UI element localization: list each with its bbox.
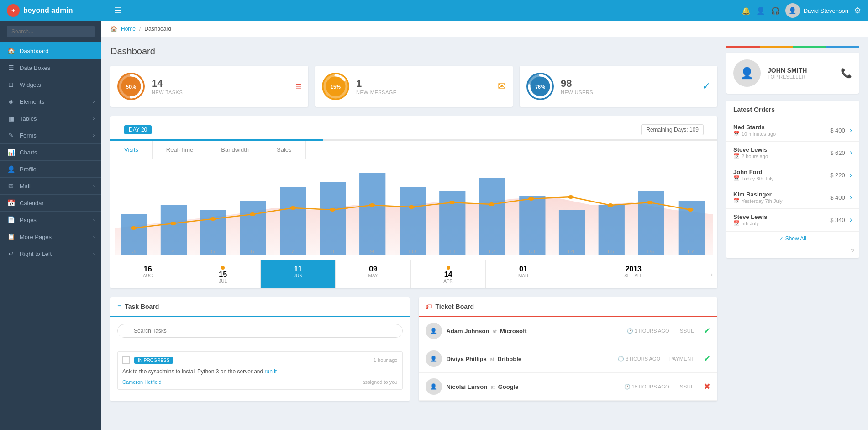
timeline-next-arrow[interactable]: › — [706, 260, 717, 288]
ticket-user-name: Diviya Phillips at Dribbble — [447, 356, 522, 362]
tab-bandwidth[interactable]: Bandwidth — [207, 141, 263, 159]
order-item-steve1[interactable]: Steve Lewis 📅 2 hours ago $ 620 › — [726, 142, 859, 164]
headset-icon[interactable]: 🎧 — [771, 6, 780, 15]
ticket-item-nicolai[interactable]: 👤 Nicolai Larson at Google 🕐 18 HOURS AG… — [419, 373, 718, 401]
line-dot — [330, 208, 336, 212]
brand-logo[interactable]: + beyond admin — [7, 4, 107, 17]
svg-text:15%: 15% — [331, 84, 341, 90]
timeline-aug[interactable]: 16 AUG — [110, 260, 185, 288]
tables-icon: ▦ — [7, 115, 15, 122]
alert-icon[interactable]: 🔔 — [742, 6, 751, 15]
line-dot — [449, 201, 455, 204]
day-badge: DAY 20 — [124, 125, 152, 134]
search-tasks-wrapper: 🔍 — [117, 324, 403, 345]
remaining-badge: Remaining Days: 109 — [641, 124, 704, 135]
order-arrow-icon[interactable]: › — [850, 193, 852, 202]
chart-tabs: Visits Real-Time Bandwidth Sales — [110, 141, 717, 159]
ticket-meta: 🕐 18 HOURS AGO ISSUE ✖ — [624, 382, 711, 392]
breadcrumb-home[interactable]: Home — [121, 26, 136, 32]
timeline-jul[interactable]: 15 JUL — [185, 260, 260, 288]
brand-name: beyond admin — [23, 6, 73, 15]
user-circle-icon[interactable]: 👤 — [756, 6, 765, 15]
x-label: 14 — [567, 249, 575, 254]
order-name: Steve Lewis — [733, 213, 767, 220]
order-item-john[interactable]: John Ford 📅 Today 8th July $ 220 › — [726, 164, 859, 186]
line-dot — [250, 212, 256, 216]
timeline-jun[interactable]: 11 JUN — [261, 260, 336, 288]
sidebar-item-calendar[interactable]: 📅 Calendar — [0, 195, 101, 212]
sidebar-item-pages[interactable]: 📄 Pages › — [0, 212, 101, 228]
sidebar-search-input[interactable] — [7, 26, 95, 37]
order-amount: $ 220 — [830, 172, 845, 179]
calendar-icon: 📅 — [733, 131, 740, 137]
sidebar-item-rtl[interactable]: ↩ Right to Left › — [0, 245, 101, 262]
order-item-steve2[interactable]: Steve Lewis 📅 5th July $ 340 › — [726, 209, 859, 231]
sidebar-item-profile[interactable]: 👤 Profile — [0, 161, 101, 178]
stat-card-tasks: 50% 14 NEW TASKS ≡ — [110, 66, 308, 107]
sidebar-item-forms[interactable]: ✎ Forms › — [0, 127, 101, 144]
show-all-orders-button[interactable]: ✓ Show All — [726, 231, 859, 245]
settings-icon[interactable]: ⚙ — [854, 5, 861, 16]
ticket-time: 🕐 1 HOURS AGO — [627, 328, 669, 334]
order-info: John Ford 📅 Today 8th July — [733, 169, 773, 181]
bar-4 — [161, 205, 187, 255]
order-time: 📅 Today 8th July — [733, 175, 773, 181]
line-dot — [409, 205, 415, 209]
home-breadcrumb-icon: 🏠 — [110, 26, 117, 32]
tab-sales[interactable]: Sales — [263, 141, 306, 159]
x-label: 5 — [211, 249, 215, 254]
order-item-ned[interactable]: Ned Stards 📅 10 minutes ago $ 400 › — [726, 119, 859, 142]
order-arrow-icon[interactable]: › — [850, 149, 852, 157]
hamburger-button[interactable]: ☰ — [114, 5, 121, 16]
reseller-name: JOHN SMITH — [768, 67, 807, 74]
x-label: 15 — [606, 249, 615, 254]
help-icon[interactable]: ? — [850, 248, 854, 255]
ticket-item-diviya[interactable]: 👤 Diviya Phillips at Dribbble 🕐 3 HOURS … — [419, 345, 718, 373]
chart-container: DAY 20 Remaining Days: 109 Visits Real-T… — [110, 116, 717, 288]
order-arrow-icon[interactable]: › — [850, 126, 852, 134]
envelope-icon: ✉ — [498, 80, 506, 92]
stat-number-tasks: 14 — [152, 78, 183, 90]
task-link[interactable]: run it — [265, 368, 277, 375]
sidebar-item-mail[interactable]: ✉ Mail › — [0, 178, 101, 195]
task-user[interactable]: Cameron Hetfield — [122, 379, 162, 385]
timeline-see-all[interactable]: 2013 SEE ALL — [561, 260, 706, 288]
ring-chart-messages: 15% — [322, 73, 349, 100]
bar-12 — [479, 178, 505, 255]
order-arrow-icon[interactable]: › — [850, 216, 852, 224]
phone-icon[interactable]: 📞 — [841, 68, 852, 79]
user-profile[interactable]: 👤 David Stevenson — [785, 3, 848, 18]
ticket-user-info: Diviya Phillips at Dribbble — [447, 356, 522, 362]
chevron-right-icon: › — [93, 251, 95, 256]
ticket-user-name: Adam Johnson at Microsoft — [447, 328, 527, 334]
order-name: Ned Stards — [733, 124, 776, 131]
order-arrow-icon[interactable]: › — [850, 171, 852, 179]
sidebar-item-elements[interactable]: ◈ Elements › — [0, 93, 101, 110]
sidebar-item-charts[interactable]: 📊 Charts — [0, 144, 101, 161]
ticket-item-adam[interactable]: 👤 Adam Johnson at Microsoft 🕐 1 HOURS AG… — [419, 317, 718, 345]
sidebar-item-dashboard[interactable]: 🏠 Dashboard — [0, 42, 101, 59]
sidebar-item-widgets[interactable]: ⊞ Widgets — [0, 76, 101, 93]
timeline-may[interactable]: 09 MAY — [336, 260, 410, 288]
more-pages-icon: 📋 — [7, 233, 15, 240]
order-item-kim[interactable]: Kim Basinger 📅 Yesterday 7th July $ 400 … — [726, 186, 859, 209]
x-label: 6 — [251, 249, 255, 254]
tab-realtime[interactable]: Real-Time — [153, 141, 207, 159]
sidebar-item-data-boxes[interactable]: ☰ Data Boxes — [0, 59, 101, 76]
sidebar-item-tables[interactable]: ▦ Tables › — [0, 110, 101, 127]
breadcrumb-separator: / — [139, 26, 141, 32]
order-amount: $ 400 — [830, 194, 845, 201]
stat-info-tasks: 14 NEW TASKS — [152, 78, 183, 95]
sidebar-item-label: Elements — [20, 98, 44, 105]
tab-visits[interactable]: Visits — [110, 141, 153, 159]
search-tasks-input[interactable] — [117, 324, 403, 338]
timeline-apr[interactable]: 14 APR — [411, 260, 486, 288]
user-avatar: 👤 — [785, 3, 800, 18]
chart-area: 3 4 5 6 7 8 9 10 11 12 13 14 15 — [110, 159, 717, 260]
page-content: Dashboard 50% 14 — [101, 37, 868, 410]
task-checkbox[interactable] — [122, 356, 130, 364]
sidebar-item-more-pages[interactable]: 📋 More Pages › — [0, 228, 101, 245]
timeline-mar[interactable]: 01 MAR — [486, 260, 561, 288]
ticket-avatar: 👤 — [426, 378, 442, 395]
line-dot — [290, 206, 296, 210]
